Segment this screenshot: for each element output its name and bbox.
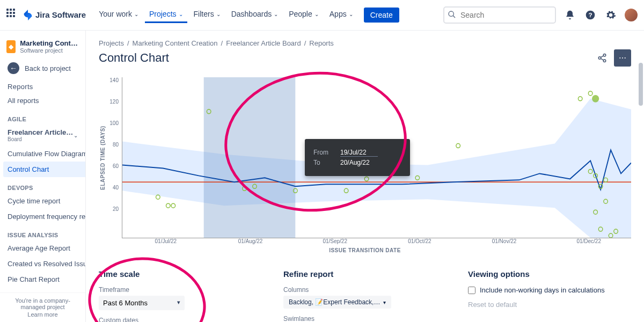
x-tick: 01/Jul/22 — [123, 238, 208, 244]
board-name: Freelancer Article B… — [8, 128, 74, 136]
sidebar-board-picker[interactable]: Freelancer Article B… Board ⌄ — [0, 125, 85, 146]
back-to-project[interactable]: ← Back to project — [0, 57, 85, 79]
custom-dates-label: Custom dates — [99, 317, 262, 322]
columns-picker[interactable]: Backlog, 📝Expert Feedback,…▾ — [283, 296, 391, 309]
create-button[interactable]: Create — [364, 8, 399, 23]
y-tick: 60 — [107, 163, 119, 185]
tooltip-to-value: 20/Aug/22 — [340, 159, 378, 166]
breadcrumb: Projects/Marketing Content Creation/Free… — [99, 39, 631, 47]
nav-projects[interactable]: Projects ⌄ — [145, 6, 187, 23]
timeframe-select[interactable]: Past 6 Months — [99, 296, 185, 310]
tooltip-from-label: From — [313, 149, 333, 157]
sidebar-item-pie-chart-report[interactable]: Pie Chart Report — [0, 272, 85, 287]
back-arrow-icon: ← — [8, 62, 19, 74]
svg-line-7 — [601, 56, 603, 57]
x-tick: 01/Nov/22 — [462, 238, 547, 244]
project-icon: ◆ — [6, 40, 16, 53]
reset-viewing-link: Reset to default — [468, 301, 517, 309]
y-axis-label: ELAPSED TIME (DAYS) — [99, 77, 107, 238]
sidebar-item-cumulative-flow-diagram[interactable]: Cumulative Flow Diagram — [0, 146, 85, 162]
x-tick: 01/Sep/22 — [292, 238, 377, 244]
breadcrumb-freelancer-article-board[interactable]: Freelancer Article Board — [226, 39, 301, 47]
project-subtitle: Software project — [20, 47, 79, 54]
brand-label: Jira Software — [35, 10, 86, 19]
svg-point-6 — [603, 60, 606, 62]
sidebar-footer-text: You're in a company-managed project — [4, 297, 81, 310]
svg-point-13 — [171, 203, 175, 208]
devops-heading: DEVOPS — [0, 177, 85, 193]
nonworking-checkbox-input[interactable] — [468, 287, 475, 294]
refine-heading: Refine report — [283, 269, 447, 279]
project-name: Marketing Content Cre… — [20, 39, 79, 47]
viewing-heading: Viewing options — [468, 269, 631, 279]
search-icon — [448, 10, 456, 20]
tooltip-to-label: To — [313, 159, 333, 166]
nav-people[interactable]: People ⌄ — [284, 6, 323, 23]
settings-icon[interactable] — [604, 9, 617, 21]
breadcrumb-projects[interactable]: Projects — [99, 39, 124, 47]
svg-point-23 — [588, 91, 592, 96]
chevron-down-icon: ⌄ — [216, 11, 221, 17]
svg-point-33 — [592, 95, 599, 103]
agile-heading: AGILE — [0, 108, 85, 125]
svg-line-8 — [601, 58, 603, 60]
breadcrumb-marketing-content-creation[interactable]: Marketing Content Creation — [133, 39, 218, 47]
search-input[interactable] — [443, 6, 556, 24]
control-chart-plot[interactable]: From19/Jul/22 To20/Aug/22 — [122, 77, 631, 238]
x-tick: 01/Oct/22 — [377, 238, 462, 244]
sidebar-item-control-chart[interactable]: Control Chart — [3, 162, 86, 177]
svg-point-22 — [578, 97, 582, 101]
chevron-down-icon: ⌄ — [314, 11, 319, 17]
sidebar-item-average-age-report[interactable]: Average Age Report — [0, 240, 85, 256]
breadcrumb-reports[interactable]: Reports — [309, 39, 334, 47]
nav-your-work[interactable]: Your work ⌄ — [94, 6, 143, 23]
chevron-down-icon: ⌄ — [274, 11, 278, 17]
y-tick: 40 — [107, 185, 119, 206]
timeframe-label: Timeframe — [99, 286, 262, 294]
svg-line-1 — [453, 16, 455, 18]
svg-point-21 — [456, 144, 460, 148]
chevron-down-icon: ▾ — [383, 299, 386, 305]
jira-logo[interactable]: Jira Software — [23, 10, 86, 20]
notifications-icon[interactable] — [564, 9, 576, 21]
svg-point-12 — [166, 203, 171, 208]
columns-label: Columns — [283, 286, 447, 294]
sidebar-item-created-vs-resolved-issues-[interactable]: Created vs Resolved Issues … — [0, 256, 85, 272]
x-tick: 01/Aug/22 — [208, 238, 293, 244]
x-tick: 01/Dec/22 — [546, 238, 631, 244]
nonworking-checkbox[interactable]: Include non-working days in calculations — [468, 286, 631, 294]
share-button[interactable] — [594, 49, 611, 67]
board-sub: Board — [8, 136, 74, 142]
sidebar-item-deployment-frequency-rep-[interactable]: Deployment frequency rep… — [0, 209, 85, 224]
chevron-down-icon: ⌄ — [74, 133, 78, 138]
issue-analysis-heading: ISSUE ANALYSIS — [0, 224, 85, 240]
svg-text:?: ? — [588, 11, 592, 18]
y-tick: 140 — [107, 77, 119, 99]
chevron-down-icon: ⌄ — [134, 11, 138, 17]
more-actions-button[interactable]: ⋯ — [614, 49, 631, 67]
chevron-down-icon: ⌄ — [349, 11, 353, 17]
nav-filters[interactable]: Filters ⌄ — [189, 6, 225, 23]
y-tick: 20 — [107, 206, 119, 228]
tooltip-from-value: 19/Jul/22 — [340, 149, 378, 157]
sidebar-all-reports[interactable]: All reports — [0, 93, 85, 108]
nav-apps[interactable]: Apps ⌄ — [325, 6, 357, 23]
sidebar-item-cycle-time-report[interactable]: Cycle time report — [0, 193, 85, 209]
svg-point-0 — [449, 11, 453, 16]
y-tick: 100 — [107, 120, 119, 142]
profile-avatar[interactable] — [625, 9, 638, 21]
chevron-down-icon: ⌄ — [179, 11, 183, 17]
timescale-heading: Time scale — [99, 269, 262, 279]
y-tick: 80 — [107, 142, 119, 163]
svg-point-5 — [598, 57, 601, 60]
svg-point-4 — [603, 54, 606, 57]
global-search[interactable] — [443, 6, 556, 24]
swimlanes-label: Swimlanes — [283, 315, 447, 322]
svg-rect-9 — [204, 77, 296, 238]
help-icon[interactable]: ? — [584, 9, 597, 21]
selection-tooltip: From19/Jul/22 To20/Aug/22 — [305, 139, 410, 176]
app-switcher-icon[interactable] — [6, 9, 19, 21]
learn-more-link[interactable]: Learn more — [4, 311, 81, 318]
nav-dashboards[interactable]: Dashboards ⌄ — [227, 6, 283, 23]
project-header[interactable]: ◆ Marketing Content Cre… Software projec… — [0, 36, 85, 57]
